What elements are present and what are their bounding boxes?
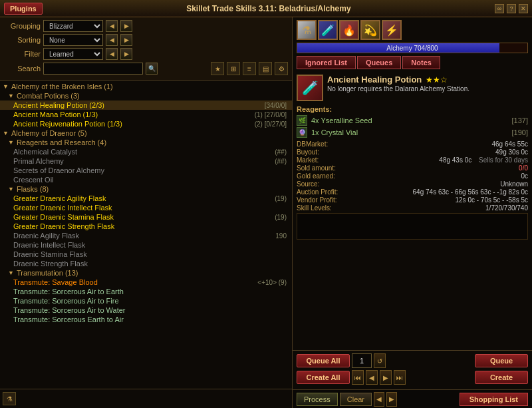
class-icon-1[interactable]: ⚗	[297, 20, 317, 40]
search-input[interactable]	[43, 63, 143, 75]
filter-next[interactable]: ▶	[120, 48, 132, 60]
reagent-name-1: 4x Yseralline Seed	[311, 116, 508, 124]
stat-gold: Gold earned: 0c	[297, 172, 528, 180]
recipe-name: Transmute: Sorcerous Air to Fire	[13, 297, 119, 305]
tab-notes[interactable]: Notes	[402, 56, 440, 69]
prev-icon[interactable]: ◀	[366, 370, 378, 385]
stat-skill: Skill Levels: 1/720/730/740	[297, 204, 528, 212]
grouping-select[interactable]: Blizzard	[43, 20, 103, 32]
left-bottom: ⚗	[0, 389, 292, 408]
recipe-count: (2) [0/27/0]	[255, 120, 287, 128]
filter-prev[interactable]: ◀	[106, 48, 118, 60]
subcategory-arrow: ▼	[8, 270, 14, 276]
process-button[interactable]: Process	[297, 393, 338, 406]
queue-all-button[interactable]: Queue All	[297, 354, 350, 367]
xp-bar-container: Alchemy 704/800	[297, 43, 528, 53]
stat-vendor: Vendor Profit: 12s 0c - 70s 5c - -58s 5c	[297, 196, 528, 204]
recipe-item[interactable]: Secrets of Draenor Alchemy	[0, 166, 292, 175]
reagent-count-2: [190]	[512, 128, 528, 136]
help-icon[interactable]: ?	[507, 4, 516, 13]
recipe-item[interactable]: Greater Draenic Stamina Flask (19)	[0, 212, 292, 222]
recipe-item[interactable]: Transmute: Sorcerous Air to Water	[0, 306, 292, 315]
queue-button[interactable]: Queue	[475, 354, 528, 367]
filter-row: Filter Learned ◀ ▶	[4, 48, 288, 60]
stat-source: Source: Unknown	[297, 180, 528, 188]
category-broken-isles[interactable]: ▼ Alchemy of the Broken Isles (1)	[0, 82, 292, 91]
recipe-item[interactable]: Draenic Stamina Flask	[0, 250, 292, 259]
create-button[interactable]: Create	[475, 371, 528, 384]
recipe-item[interactable]: Ancient Mana Potion (1/3) (1) [27/0/0]	[0, 110, 292, 119]
grouping-prev[interactable]: ◀	[106, 20, 118, 32]
category-name: Alchemy of the Broken Isles (1)	[11, 83, 113, 91]
recipe-item[interactable]: Greater Draenic Agility Flask (19)	[0, 194, 292, 203]
create-all-button[interactable]: Create All	[297, 371, 350, 384]
detail-icon[interactable]: ▤	[259, 62, 272, 75]
recipe-count: (##)	[275, 148, 287, 156]
recipe-item[interactable]: Greater Draenic Strength Flask	[0, 222, 292, 231]
stat-label: Sold amount:	[297, 164, 336, 172]
recipe-name: Primal Alchemy	[13, 157, 64, 165]
star-filter-icon[interactable]: ★	[211, 62, 224, 75]
search-clear[interactable]: 🔍	[146, 63, 158, 75]
recipe-item[interactable]: Ancient Healing Potion (2/3) [34/0/0]	[0, 101, 292, 110]
quantity-input[interactable]	[352, 353, 372, 368]
refresh-icon[interactable]: ↺	[374, 353, 386, 368]
reagent-icon-2: 🔮	[297, 127, 307, 138]
recipe-detail: 🧪 Ancient Healing Potion ★★☆ No longer r…	[293, 72, 532, 350]
stat-label: Market:	[297, 156, 319, 164]
recipe-name: Greater Draenic Intellect Flask	[13, 204, 112, 212]
link-icon[interactable]: ∞	[495, 4, 504, 13]
stat-value: Unknown	[500, 180, 528, 188]
alchemy-icon[interactable]: ⚗	[3, 392, 16, 405]
tab-ignored[interactable]: Ignored List	[297, 56, 356, 69]
recipe-item[interactable]: Alchemical Catalyst (##)	[0, 147, 292, 156]
tab-queues[interactable]: Queues	[357, 56, 401, 69]
recipe-item[interactable]: Ancient Rejuvenation Potion (1/3) (2) [0…	[0, 119, 292, 128]
recipe-item[interactable]: Transmute: Savage Blood <+10> (9)	[0, 278, 292, 287]
recipe-item[interactable]: Primal Alchemy (##)	[0, 156, 292, 166]
category-reagents[interactable]: ▼ Reagents and Research (4)	[0, 138, 292, 147]
first-icon[interactable]: ⏮	[352, 370, 364, 385]
filter-select[interactable]: Learned	[43, 48, 103, 60]
recipe-item[interactable]: Transmute: Sorcerous Earth to Air	[0, 315, 292, 324]
recipe-item[interactable]: Draenic Agility Flask 190	[0, 231, 292, 240]
subcategory-arrow: ▼	[8, 139, 14, 146]
class-icon-5[interactable]: ⚡	[382, 20, 402, 40]
left-panel: Grouping Blizzard ◀ ▶ Sorting None ◀ ▶ F…	[0, 17, 293, 408]
settings-icon[interactable]: ⚙	[275, 62, 288, 75]
recipe-item[interactable]: Crescent Oil	[0, 175, 292, 184]
class-icon-3[interactable]: 🔥	[339, 20, 359, 40]
next-icon[interactable]: ▶	[380, 370, 392, 385]
last-icon[interactable]: ⏭	[394, 370, 406, 385]
category-draenor[interactable]: ▼ Alchemy of Draenor (5)	[0, 128, 292, 138]
recipe-item[interactable]: Draenic Strength Flask	[0, 259, 292, 268]
category-flasks[interactable]: ▼ Flasks (8)	[0, 184, 292, 194]
close-icon[interactable]: ✕	[519, 4, 528, 13]
grid-icon[interactable]: ⊞	[227, 62, 240, 75]
class-icon-2[interactable]: 🧪	[318, 20, 338, 40]
recipe-name: Alchemical Catalyst	[13, 148, 77, 156]
controls-area: Grouping Blizzard ◀ ▶ Sorting None ◀ ▶ F…	[0, 17, 292, 81]
shopping-list-button[interactable]: Shopping List	[460, 393, 528, 406]
grouping-next[interactable]: ▶	[120, 20, 132, 32]
list-icon[interactable]: ≡	[243, 62, 256, 75]
main-container: Grouping Blizzard ◀ ▶ Sorting None ◀ ▶ F…	[0, 17, 532, 408]
clear-button[interactable]: Clear	[340, 393, 372, 406]
search-row: Search 🔍 ★ ⊞ ≡ ▤ ⚙	[4, 62, 288, 75]
sorting-next[interactable]: ▶	[120, 34, 132, 46]
sorting-prev[interactable]: ◀	[106, 34, 118, 46]
recipe-item[interactable]: Draenic Intellect Flask	[0, 240, 292, 250]
category-transmutation[interactable]: ▼ Transmutation (13)	[0, 268, 292, 278]
stat-value: 1/720/730/740	[485, 204, 528, 212]
category-combat-potions[interactable]: ▼ Combat Potions (3)	[0, 91, 292, 101]
prev-arrow[interactable]: ◀	[374, 392, 384, 407]
plugins-button[interactable]: Plugins	[4, 3, 43, 15]
recipe-item[interactable]: Transmute: Sorcerous Air to Earth	[0, 287, 292, 296]
recipe-item[interactable]: Greater Draenic Intellect Flask	[0, 203, 292, 212]
recipe-item[interactable]: Transmute: Sorcerous Air to Fire	[0, 296, 292, 306]
class-icon-4[interactable]: 💫	[360, 20, 380, 40]
subcategory-name: Flasks (8)	[17, 185, 49, 193]
sorting-select[interactable]: None	[43, 34, 103, 46]
recipe-name: Transmute: Sorcerous Air to Water	[13, 306, 126, 314]
next-arrow[interactable]: ▶	[386, 392, 397, 407]
